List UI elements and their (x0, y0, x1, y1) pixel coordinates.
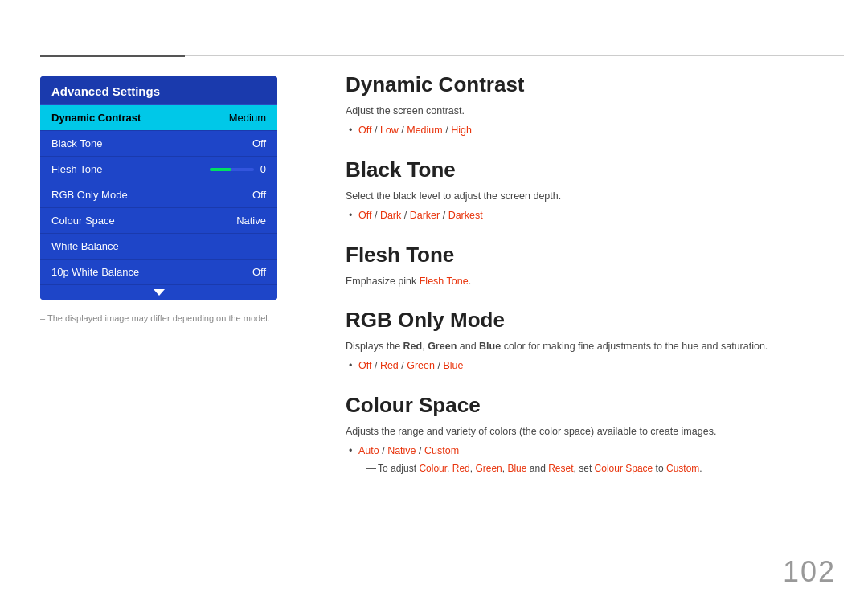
bullet-custom: Custom (424, 445, 459, 456)
section-title-black-tone: Black Tone (346, 157, 836, 182)
menu-item-flesh-tone-label: Flesh Tone (51, 163, 102, 175)
sub-colour-space: Colour Space (595, 463, 653, 474)
bullet-off-1: Off (358, 125, 371, 136)
sep5: / (401, 210, 409, 221)
bullet-dark: Dark (380, 210, 401, 221)
slider-track[interactable] (210, 168, 254, 171)
flesh-tone-inline: Flesh Tone (420, 276, 469, 287)
sub-reset: Reset (548, 463, 573, 474)
menu-item-dynamic-contrast[interactable]: Dynamic Contrast Medium (40, 105, 277, 131)
sep1: / (371, 125, 379, 136)
sub-green: Green (475, 463, 502, 474)
menu-item-black-tone-label: Black Tone (51, 137, 102, 149)
scroll-down-row[interactable] (40, 285, 277, 300)
top-line-light (185, 55, 844, 56)
sub-custom: Custom (666, 463, 699, 474)
sep9: / (435, 360, 443, 371)
sep10: / (379, 445, 387, 456)
menu-item-rgb-only-mode[interactable]: RGB Only Mode Off (40, 182, 277, 208)
bullet-red: Red (380, 360, 399, 371)
menu-item-colour-space-value: Native (236, 215, 266, 227)
left-panel: Advanced Settings Dynamic Contrast Mediu… (40, 76, 277, 300)
menu-item-dynamic-contrast-value: Medium (229, 112, 266, 124)
menu-item-10p-white-balance-label: 10p White Balance (51, 266, 139, 278)
sep6: / (440, 210, 448, 221)
section-desc-dynamic-contrast: Adjust the screen contrast. (346, 104, 836, 119)
sub-blue: Blue (507, 463, 526, 474)
section-bullet-dynamic-contrast: Off / Low / Medium / High (346, 122, 836, 138)
bullet-off-3: Off (358, 360, 371, 371)
menu-item-dynamic-contrast-label: Dynamic Contrast (51, 112, 141, 124)
sep2: / (399, 125, 407, 136)
sep11: / (416, 445, 424, 456)
section-bullet-black-tone: Off / Dark / Darker / Darkest (346, 207, 836, 223)
flesh-tone-slider-container: 0 (210, 163, 266, 175)
bullet-high: High (451, 125, 472, 136)
blue-label: Blue (479, 341, 501, 352)
menu-item-rgb-only-mode-label: RGB Only Mode (51, 189, 128, 201)
section-title-flesh-tone: Flesh Tone (346, 243, 836, 268)
section-bullet-colour-space: Auto / Native / Custom (346, 443, 836, 459)
slider-fill (210, 168, 232, 171)
menu-item-colour-space[interactable]: Colour Space Native (40, 208, 277, 234)
menu-title: Advanced Settings (40, 76, 277, 105)
section-desc-rgb-only-mode: Displays the Red, Green and Blue color f… (346, 339, 836, 354)
menu-item-10p-white-balance-value: Off (252, 266, 266, 278)
menu-item-colour-space-label: Colour Space (51, 215, 115, 227)
section-desc-black-tone: Select the black level to adjust the scr… (346, 189, 836, 204)
section-sub-bullet-colour-space: To adjust Colour, Red, Green, Blue and R… (346, 461, 836, 476)
menu-item-rgb-only-mode-value: Off (252, 189, 266, 201)
bullet-blue: Blue (443, 360, 463, 371)
green-label: Green (428, 341, 457, 352)
advanced-settings-menu: Advanced Settings Dynamic Contrast Mediu… (40, 76, 277, 300)
section-bullet-rgb-only-mode: Off / Red / Green / Blue (346, 358, 836, 374)
section-title-colour-space: Colour Space (346, 393, 836, 418)
bullet-medium: Medium (407, 125, 442, 136)
section-title-rgb-only-mode: RGB Only Mode (346, 308, 836, 333)
bullet-auto: Auto (358, 445, 379, 456)
menu-item-flesh-tone-value: 0 (260, 163, 266, 175)
menu-item-white-balance[interactable]: White Balance (40, 234, 277, 260)
bullet-native: Native (387, 445, 416, 456)
page-number: 102 (783, 555, 836, 589)
menu-item-black-tone[interactable]: Black Tone Off (40, 131, 277, 157)
top-line-dark (40, 55, 185, 57)
menu-item-white-balance-label: White Balance (51, 240, 119, 252)
top-decorative-lines (40, 55, 844, 57)
bullet-darker: Darker (410, 210, 440, 221)
right-content: Dynamic Contrast Adjust the screen contr… (346, 72, 836, 476)
bullet-off-2: Off (358, 210, 371, 221)
menu-item-black-tone-value: Off (252, 137, 266, 149)
chevron-down-icon (154, 289, 165, 296)
menu-item-flesh-tone[interactable]: Flesh Tone 0 (40, 157, 277, 182)
bullet-darkest: Darkest (448, 210, 483, 221)
sep8: / (399, 360, 407, 371)
section-title-dynamic-contrast: Dynamic Contrast (346, 72, 836, 97)
sep7: / (371, 360, 379, 371)
sep3: / (443, 125, 451, 136)
sub-colour: Colour (419, 463, 447, 474)
sep4: / (371, 210, 379, 221)
footnote: – The displayed image may differ dependi… (40, 313, 270, 323)
menu-item-10p-white-balance[interactable]: 10p White Balance Off (40, 260, 277, 285)
bullet-green: Green (407, 360, 435, 371)
section-desc-colour-space: Adjusts the range and variety of colors … (346, 424, 836, 439)
sub-red: Red (452, 463, 470, 474)
bullet-low: Low (380, 125, 399, 136)
section-desc-flesh-tone: Emphasize pink Flesh Tone. (346, 274, 836, 289)
red-label: Red (403, 341, 423, 352)
